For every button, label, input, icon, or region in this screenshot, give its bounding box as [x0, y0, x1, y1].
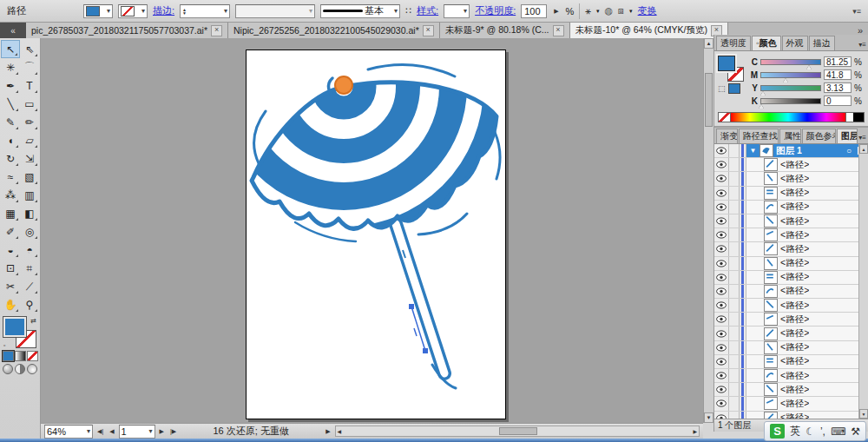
expand-icon[interactable]: ▼: [749, 147, 757, 155]
lock-toggle[interactable]: [729, 172, 740, 185]
canvas-horizontal-scrollbar[interactable]: ◀ ▶: [335, 426, 700, 437]
lock-toggle[interactable]: [729, 158, 740, 171]
visibility-toggle[interactable]: [714, 397, 729, 410]
path-row[interactable]: <路径>○: [714, 158, 868, 172]
visibility-toggle[interactable]: [714, 271, 729, 284]
path-name[interactable]: <路径>: [780, 313, 809, 326]
selection-tool[interactable]: ↖: [1, 40, 20, 58]
path-name[interactable]: <路径>: [780, 300, 809, 312]
layer-name[interactable]: 图层 1: [776, 145, 802, 157]
layer-row[interactable]: ▼图层 1○: [714, 144, 868, 158]
stroke-weight-combo[interactable]: ▲▼ ▾: [180, 4, 230, 18]
document-tab[interactable]: 未标题-9* @ 80.18% (C...×: [440, 23, 570, 38]
scale-tool[interactable]: ⇲: [20, 149, 39, 168]
slider-value-input[interactable]: 41.8: [824, 69, 852, 80]
path-row[interactable]: <路径>○: [714, 383, 868, 397]
visibility-toggle[interactable]: [714, 214, 729, 228]
slider-value-input[interactable]: 81.25: [824, 56, 852, 67]
style-link[interactable]: 样式:: [417, 4, 438, 17]
path-row[interactable]: <路径>○: [714, 187, 868, 201]
path-row[interactable]: <路径>○: [714, 412, 868, 419]
visibility-toggle[interactable]: [714, 257, 729, 270]
layers-scroll-up-icon[interactable]: ▲: [859, 144, 868, 154]
path-name[interactable]: <路径>: [780, 159, 809, 171]
fill-proxy-swatch[interactable]: [3, 317, 26, 337]
crop-area-tool[interactable]: ⊡: [1, 259, 20, 277]
path-name[interactable]: <路径>: [780, 412, 809, 419]
layer-thumbnail[interactable]: [764, 369, 778, 382]
ime-moon-icon[interactable]: ☾: [806, 426, 815, 438]
first-page-button[interactable]: ◀|: [95, 428, 105, 435]
visibility-toggle[interactable]: [714, 412, 729, 419]
lock-toggle[interactable]: [729, 412, 740, 419]
c-slider[interactable]: [760, 59, 821, 65]
transform-link[interactable]: 变换: [638, 4, 657, 17]
align-to-artboard-icon[interactable]: ⧈: [618, 5, 624, 16]
tab-close-icon[interactable]: ×: [553, 25, 564, 36]
m-slider[interactable]: [760, 72, 821, 78]
document-tab[interactable]: pic_26785037_20180321175057703037.ai*×: [26, 23, 228, 38]
path-row[interactable]: <路径>○: [714, 172, 868, 186]
layer-thumbnail[interactable]: [764, 285, 778, 298]
select-similar-arrow[interactable]: ▾: [596, 8, 600, 15]
hand-tool[interactable]: ✋: [1, 295, 20, 313]
layers-scroll-down-icon[interactable]: ▼: [859, 409, 868, 419]
grid-dots-icon[interactable]: ∷: [405, 5, 411, 16]
lock-toggle[interactable]: [729, 271, 740, 284]
layer-thumbnail[interactable]: [764, 187, 778, 200]
path-name[interactable]: <路径>: [780, 201, 809, 213]
tab-close-icon[interactable]: ×: [211, 25, 222, 36]
scroll-right-icon[interactable]: ▶: [691, 428, 699, 434]
visibility-toggle[interactable]: [714, 285, 729, 298]
ime-punctuation-icon[interactable]: ’,: [820, 426, 825, 438]
slice-tool[interactable]: ⌗: [20, 259, 39, 277]
color-spectrum-bar[interactable]: [718, 112, 865, 122]
recolor-artwork-icon[interactable]: ◍: [604, 5, 613, 16]
rotate-tool[interactable]: ↻: [1, 149, 20, 168]
stroke-color-dropdown[interactable]: ▾: [118, 4, 148, 18]
fill-stroke-control[interactable]: ⇄ ▫: [3, 317, 36, 348]
next-page-button[interactable]: ▶: [158, 428, 166, 435]
lock-toggle[interactable]: [729, 299, 740, 312]
slider-value-input[interactable]: 0: [824, 96, 852, 106]
mesh-tool[interactable]: ▦: [1, 204, 20, 222]
visibility-toggle[interactable]: [714, 187, 729, 200]
status-expand-icon[interactable]: ▶: [324, 428, 332, 435]
visibility-toggle[interactable]: [714, 242, 729, 255]
layer-thumbnail[interactable]: [764, 327, 778, 340]
layers-panel-menu-icon[interactable]: ▾≡: [858, 134, 866, 143]
color-mode-button[interactable]: [3, 351, 14, 361]
web-safe-chip[interactable]: [728, 83, 740, 94]
artboard[interactable]: [246, 49, 506, 419]
spectrum-black-swatch[interactable]: [853, 113, 864, 122]
pen-tool[interactable]: ✒: [1, 76, 20, 95]
visibility-toggle[interactable]: [714, 144, 729, 157]
fill-color-dropdown[interactable]: ▾: [83, 4, 113, 18]
path-name[interactable]: <路径>: [780, 215, 809, 228]
ime-tools-icon[interactable]: ⚒: [851, 426, 860, 438]
eraser-tool[interactable]: ▱: [20, 131, 39, 149]
lock-toggle[interactable]: [729, 327, 740, 340]
lock-toggle[interactable]: [729, 369, 740, 382]
lock-toggle[interactable]: [729, 383, 740, 396]
type-tool[interactable]: T: [20, 76, 39, 95]
graph-tool[interactable]: ▥: [20, 186, 39, 204]
layers-tab-5[interactable]: 图层: [837, 129, 858, 143]
canvas-area[interactable]: [41, 38, 703, 423]
align-arrow[interactable]: ▾: [629, 8, 633, 15]
layer-thumbnail[interactable]: [764, 383, 778, 396]
layers-tab-3[interactable]: 属性: [779, 129, 801, 143]
opacity-slider-arrow[interactable]: ▶: [552, 8, 560, 15]
normal-screen-mode-button[interactable]: [3, 364, 13, 374]
live-paint-selection-tool[interactable]: ◓: [20, 241, 39, 259]
visibility-toggle[interactable]: [714, 313, 729, 326]
blob-brush-tool[interactable]: ◖: [1, 131, 20, 149]
slider-thumb[interactable]: [783, 78, 788, 82]
lock-toggle[interactable]: [729, 214, 740, 228]
path-name[interactable]: <路径>: [780, 384, 809, 396]
layers-tab-4[interactable]: 颜色参考: [802, 129, 836, 143]
free-transform-tool[interactable]: ▧: [20, 168, 39, 186]
slider-thumb[interactable]: [759, 104, 764, 109]
layer-thumbnail[interactable]: [764, 412, 778, 419]
path-row[interactable]: <路径>○: [714, 369, 868, 383]
